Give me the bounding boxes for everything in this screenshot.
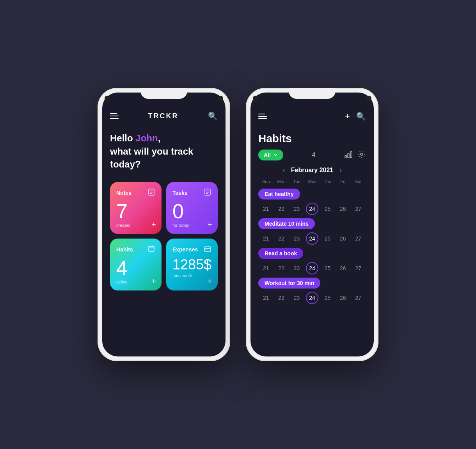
highlighted-day[interactable]: 24: [306, 262, 318, 274]
notes-add-btn[interactable]: +: [151, 220, 156, 229]
left-phone-screen: TRCKR 🔍 Hello John, what will you track …: [102, 93, 226, 356]
settings-icon[interactable]: [357, 150, 366, 160]
day-cell[interactable]: 23: [289, 262, 304, 274]
highlighted-day[interactable]: 24: [306, 292, 318, 304]
day-cell[interactable]: 26: [335, 262, 350, 274]
habits-search-icon[interactable]: 🔍: [356, 112, 366, 121]
filter-row: All 4: [258, 150, 366, 160]
eat-healthy-label[interactable]: Eat healthy: [258, 189, 300, 200]
left-phone: TRCKR 🔍 Hello John, what will you track …: [98, 88, 230, 361]
right-screen-content: + 🔍 Habits All 4: [250, 93, 374, 356]
notes-card-header: Notes: [116, 188, 155, 198]
day-cell[interactable]: 25: [320, 292, 335, 304]
expenses-card[interactable]: Expenses 1285$ this month +: [166, 239, 218, 290]
day-highlighted-wrapper: 24: [304, 232, 320, 245]
highlighted-day[interactable]: 24: [306, 232, 318, 245]
expenses-value: 1285$: [172, 258, 211, 272]
day-cell[interactable]: 23: [289, 203, 304, 215]
meditate-label[interactable]: Meditate 10 mins: [258, 218, 315, 229]
left-header: TRCKR 🔍: [110, 111, 218, 121]
right-phone-screen: + 🔍 Habits All 4: [250, 93, 374, 356]
day-cell[interactable]: 25: [320, 262, 335, 274]
notch: [140, 88, 187, 99]
right-header: + 🔍: [258, 111, 366, 121]
day-cell[interactable]: 23: [289, 292, 304, 304]
notes-card-title: Notes: [116, 190, 131, 196]
prev-month-btn[interactable]: ‹: [282, 167, 284, 174]
workout-days: 21 22 23 24 25 26 27: [258, 292, 366, 304]
weekday-mon: Mon: [274, 178, 289, 185]
left-screen-content: TRCKR 🔍 Hello John, what will you track …: [102, 93, 226, 356]
habits-card-icon: [147, 245, 155, 255]
day-cell[interactable]: 27: [351, 203, 366, 215]
habits-header-actions: + 🔍: [345, 111, 366, 121]
day-cell[interactable]: 21: [258, 292, 274, 304]
svg-point-18: [361, 153, 363, 155]
calendar-month: February 2021: [291, 167, 334, 174]
day-cell[interactable]: 22: [274, 292, 289, 304]
weekday-wed: Wed: [304, 178, 320, 185]
add-habit-btn[interactable]: +: [345, 111, 350, 121]
right-notch: [289, 88, 336, 99]
day-cell[interactable]: 27: [351, 262, 366, 274]
svg-rect-12: [204, 247, 211, 251]
expenses-card-icon: [204, 245, 211, 255]
day-cell[interactable]: 21: [258, 232, 274, 245]
filter-icons: [344, 150, 366, 160]
workout-label[interactable]: Workout for 30 min: [258, 278, 320, 289]
day-cell[interactable]: 22: [274, 232, 289, 245]
filter-all-pill[interactable]: All: [258, 150, 283, 160]
search-icon[interactable]: 🔍: [208, 111, 218, 121]
tasks-count: 0: [172, 201, 211, 221]
day-highlighted-wrapper: 24: [304, 203, 320, 215]
calendar-nav: ‹ February 2021 ›: [258, 167, 366, 174]
habit-eat-healthy: Eat healthy 21 22 23 24 25 26 27: [258, 189, 366, 215]
weekday-fri: Fri: [335, 178, 350, 185]
day-cell[interactable]: 23: [289, 232, 304, 245]
read-book-days: 21 22 23 24 25 26 27: [258, 262, 366, 274]
day-highlighted-wrapper: 24: [304, 262, 320, 274]
notes-subtitle: created: [116, 223, 155, 228]
svg-rect-16: [348, 153, 349, 158]
day-cell[interactable]: 26: [335, 292, 350, 304]
notes-count: 7: [116, 201, 155, 221]
expenses-card-header: Expenses: [172, 245, 211, 255]
weekday-sun: Sun: [258, 178, 274, 185]
day-cell[interactable]: 21: [258, 262, 274, 274]
day-cell[interactable]: 25: [320, 232, 335, 245]
day-cell[interactable]: 21: [258, 203, 274, 215]
day-cell[interactable]: 22: [274, 203, 289, 215]
weekday-tue: Tue: [289, 178, 304, 185]
day-highlighted-wrapper: 24: [304, 292, 320, 304]
next-month-btn[interactable]: ›: [339, 167, 341, 174]
habits-card[interactable]: Habits 4 active: [110, 239, 162, 290]
scene: TRCKR 🔍 Hello John, what will you track …: [82, 72, 394, 377]
day-cell[interactable]: 26: [335, 203, 350, 215]
tasks-add-btn[interactable]: +: [208, 220, 212, 229]
habits-add-btn[interactable]: +: [151, 277, 156, 286]
day-cell[interactable]: 27: [351, 292, 366, 304]
chart-icon[interactable]: [344, 150, 353, 160]
cards-grid: Notes 7 created: [110, 182, 218, 290]
filter-label: All: [264, 152, 271, 158]
day-cell[interactable]: 22: [274, 262, 289, 274]
notes-card[interactable]: Notes 7 created: [110, 182, 162, 234]
expenses-add-btn[interactable]: +: [208, 277, 212, 286]
highlighted-day[interactable]: 24: [306, 203, 318, 215]
svg-rect-8: [149, 246, 154, 251]
tasks-card[interactable]: Tasks 0 for today: [166, 182, 218, 234]
right-phone: + 🔍 Habits All 4: [246, 88, 378, 361]
weekday-sat: Sat: [351, 178, 366, 185]
tasks-card-icon: [204, 188, 211, 198]
day-cell[interactable]: 27: [351, 232, 366, 245]
tasks-card-title: Tasks: [172, 190, 188, 196]
notes-card-icon: [147, 188, 155, 198]
day-cell[interactable]: 26: [335, 232, 350, 245]
read-book-label[interactable]: Read a book: [258, 248, 303, 259]
day-cell[interactable]: 25: [320, 203, 335, 215]
greeting-prefix: Hello: [110, 133, 135, 143]
habits-menu-icon[interactable]: [258, 114, 267, 119]
weekdays-row: Sun Mon Tue Wed Thu Fri Sat: [258, 178, 366, 185]
tasks-card-header: Tasks: [172, 188, 211, 198]
menu-icon[interactable]: [110, 113, 119, 119]
